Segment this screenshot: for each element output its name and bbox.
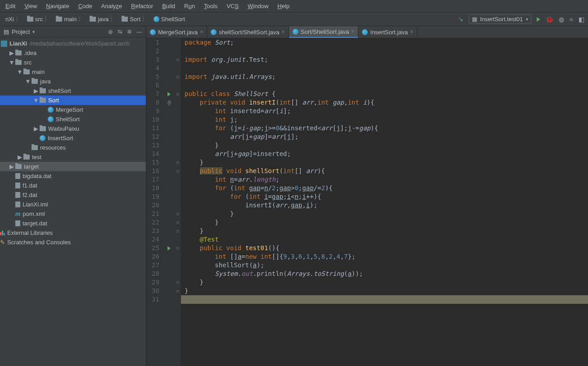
view-mode-dropdown[interactable]: ▾ (32, 29, 35, 34)
expand-arrow-icon[interactable]: ▶ (8, 163, 15, 170)
tree-item-pom.xml[interactable]: mpom.xml (0, 209, 146, 219)
tree-scratches[interactable]: ✎ Scratches and Consoles (0, 238, 146, 247)
menu-navigate[interactable]: Navigate (41, 1, 73, 11)
stop-icon[interactable]: ■ (570, 16, 573, 23)
project-tree[interactable]: LianXi /media/jiahao/software/WorkSpace/… (0, 37, 146, 366)
folder-icon (23, 69, 30, 74)
menu-window[interactable]: Window (243, 1, 273, 11)
expand-arrow-icon[interactable]: ▶ (32, 125, 40, 132)
expand-arrow-icon[interactable]: ▼ (16, 69, 23, 75)
tree-item-main[interactable]: ▼main (0, 67, 146, 77)
expand-arrow-icon[interactable]: ▶ (32, 87, 40, 94)
layout-icon[interactable]: ◧ (579, 16, 584, 23)
file-icon (15, 220, 20, 226)
gutter-icons[interactable]: @ (164, 38, 175, 366)
menu-code[interactable]: Code (74, 1, 97, 11)
tree-item-sort[interactable]: ▼Sort (0, 96, 146, 105)
settings-icon[interactable]: ⇆ (118, 28, 122, 35)
tool-window-icon: ▤ (4, 28, 9, 35)
menu-edit[interactable]: Edit (1, 1, 20, 11)
crumb-sort[interactable]: Sort〉 (120, 14, 151, 24)
menu-build[interactable]: Build (158, 1, 180, 11)
crumb-main[interactable]: main〉 (54, 14, 87, 24)
tree-item-test[interactable]: ▶test (0, 152, 146, 162)
tree-item-shellsort[interactable]: ▶shellSort (0, 86, 146, 96)
tree-label: bigdata.dat (23, 173, 51, 179)
code-editor[interactable]: 1234567891011121314151617181920212223242… (146, 38, 588, 366)
crumb-java[interactable]: java〉 (88, 14, 119, 24)
tab-mergesort-java[interactable]: MergeSort.java× (146, 26, 207, 38)
tree-item-f1.dat[interactable]: f1.dat (0, 181, 146, 190)
coverage-icon[interactable]: ◍ (559, 16, 564, 23)
tab-insertsort-java[interactable]: InsertSort.java× (358, 26, 417, 38)
tree-item-mergesort[interactable]: MergeSort (0, 105, 146, 114)
folder-icon (15, 164, 22, 169)
run-gutter-icon[interactable] (167, 92, 171, 96)
run-icon[interactable] (537, 17, 540, 22)
menu-view[interactable]: View (20, 1, 41, 11)
close-icon[interactable]: × (351, 28, 354, 35)
run-gutter-icon[interactable] (167, 246, 171, 251)
close-icon[interactable]: × (282, 29, 285, 35)
crumb-class[interactable]: ShellSort (152, 15, 187, 23)
folder-icon (15, 50, 22, 55)
menu-tools[interactable]: Tools (199, 1, 222, 11)
tree-external-libs[interactable]: External Libraries (0, 228, 146, 238)
build-icon[interactable]: ↘ (458, 16, 463, 23)
expand-arrow-icon[interactable]: ▼ (32, 97, 40, 104)
menu-refactor[interactable]: Refactor (127, 1, 158, 11)
tree-label: .idea (24, 50, 36, 56)
tree-label: resources (40, 144, 66, 151)
tab-shellsort-shellsort-java[interactable]: shellSort/ShellSort.java× (207, 26, 289, 38)
tree-item-lianxi.iml[interactable]: LianXi.iml (0, 200, 146, 209)
menu-run[interactable]: Run (180, 1, 199, 11)
gear-icon[interactable]: ✲ (127, 28, 132, 35)
expand-arrow-icon[interactable]: ▼ (24, 78, 32, 85)
tree-item-target.dat[interactable]: target.dat (0, 219, 146, 228)
tree-label: InsertSort (48, 135, 73, 142)
crumb-module[interactable]: nXi〉 (4, 14, 24, 24)
tree-item-java[interactable]: ▼java (0, 77, 146, 86)
tree-item-.idea[interactable]: ▶.idea (0, 48, 146, 58)
tree-label: target (24, 163, 39, 170)
locate-icon[interactable]: ⊕ (108, 28, 113, 35)
scratch-icon: ✎ (0, 239, 5, 246)
file-icon (15, 173, 20, 179)
tree-item-target[interactable]: ▶target (0, 162, 146, 171)
expand-arrow-icon[interactable]: ▶ (16, 154, 23, 160)
menu-analyze[interactable]: Analyze (97, 1, 127, 11)
tree-module-root[interactable]: LianXi /media/jiahao/software/WorkSpace/… (0, 39, 146, 48)
tree-item-insertsort[interactable]: InsertSort (0, 133, 146, 143)
toolbar-right: ↘ ▦ InsertSort.test01 ▾ 🐞 ◍ ■ ◧ (458, 14, 584, 24)
tree-label: f1.dat (23, 182, 37, 189)
debug-icon[interactable]: 🐞 (546, 16, 553, 23)
close-icon[interactable]: × (410, 29, 413, 35)
tree-item-shellsort[interactable]: ShellSort (0, 114, 146, 124)
tree-label: ShellSort (56, 116, 80, 123)
expand-arrow-icon[interactable]: ▶ (8, 50, 15, 56)
folder-icon (32, 145, 38, 150)
crumb-label: src (35, 16, 43, 23)
project-sidebar: ▤ Project ▾ ⊕ ⇆ ✲ — LianXi /media/jiahao… (0, 26, 146, 366)
tree-item-src[interactable]: ▼src (0, 58, 146, 67)
crumb-src[interactable]: src〉 (25, 14, 53, 24)
close-icon[interactable]: × (200, 29, 203, 35)
tree-label: Scratches and Consoles (7, 239, 71, 246)
tab-sort-shellsort-java[interactable]: Sort/ShellSort.java× (289, 26, 359, 38)
fold-gutter[interactable]: ⊟⊟⊟⊟⊟⊟⊟⊟⊟⊟⊟ (175, 38, 181, 366)
tree-item-resources[interactable]: resources (0, 143, 146, 152)
collapse-icon[interactable]: — (136, 28, 142, 35)
tree-item-bigdata.dat[interactable]: bigdata.dat (0, 171, 146, 181)
tree-label: f2.dat (23, 192, 37, 198)
run-config-select[interactable]: ▦ InsertSort.test01 ▾ (469, 14, 531, 24)
expand-arrow-icon[interactable]: ▼ (8, 59, 15, 66)
folder-icon (56, 17, 62, 22)
tree-item-f2.dat[interactable]: f2.dat (0, 190, 146, 200)
folder-icon (40, 126, 46, 131)
menu-help[interactable]: Help (273, 1, 294, 11)
tree-item-waibupaixu[interactable]: ▶WaibuPaixu (0, 124, 146, 133)
code-content[interactable]: package Sort;import org.junit.Test;impor… (181, 38, 588, 366)
override-gutter-icon[interactable]: @ (167, 100, 171, 106)
menu-vcs[interactable]: VCS (222, 1, 243, 11)
crumb-label: nXi (5, 16, 14, 23)
